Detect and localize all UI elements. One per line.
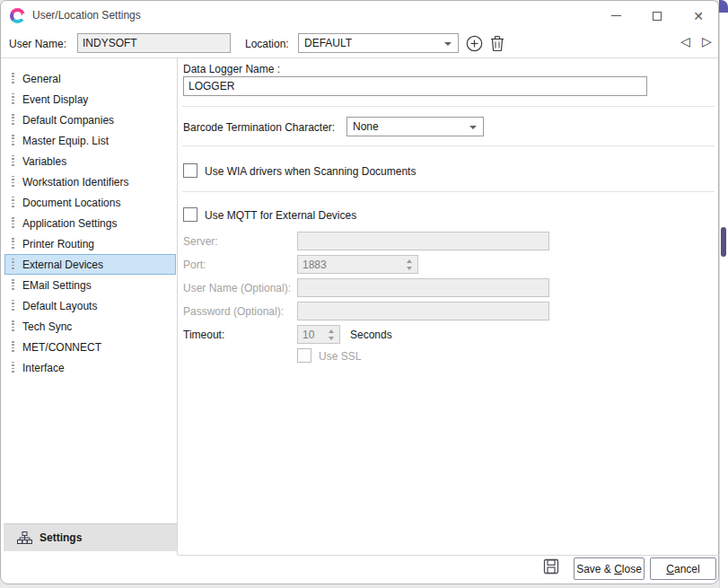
sidebar-item-label: Tech Sync (22, 320, 72, 333)
toolbar-separator (1, 57, 718, 58)
window-title: User/Location Settings (32, 9, 141, 22)
sidebar-item-tech-sync[interactable]: Tech Sync (4, 316, 176, 337)
sidebar-item-label: External Devices (22, 259, 103, 271)
chevron-down-icon (444, 42, 452, 46)
separator (182, 145, 715, 146)
spin-up-icon (407, 259, 412, 263)
save-close-button[interactable]: Save & Close (574, 557, 645, 580)
user-name-input[interactable] (77, 33, 231, 53)
server-field (297, 232, 549, 250)
sidebar-item-label: Application Settings (22, 217, 117, 230)
maximize-icon (653, 12, 662, 21)
sidebar-item-default-companies[interactable]: Default Companies (4, 110, 176, 130)
use-mqtt-checkbox[interactable] (183, 207, 197, 222)
use-mqtt-label: Use MQTT for External Devices (205, 209, 356, 222)
drag-handle-icon (12, 93, 14, 105)
next-record-button[interactable]: ▷ (702, 34, 712, 48)
label-part: ancel (674, 563, 700, 575)
use-wia-checkbox[interactable] (183, 163, 197, 178)
timeout-spinner[interactable] (327, 325, 336, 344)
cancel-label: Cancel (666, 563, 699, 575)
spin-up-icon (329, 329, 334, 333)
drag-handle-icon (12, 341, 14, 353)
sidebar-item-default-layouts[interactable]: Default Layouts (4, 295, 176, 316)
port-field (297, 255, 418, 274)
sidebar-item-label: General (22, 73, 61, 85)
settings-section-button[interactable]: Settings (4, 523, 177, 551)
drag-handle-icon (12, 114, 14, 126)
sitemap-icon (17, 531, 32, 545)
panel-divider (177, 57, 178, 555)
mqtt-user-field (297, 278, 549, 297)
arrow-left-icon: ◁ (680, 34, 690, 48)
barcode-termination-combobox[interactable]: None (346, 117, 484, 136)
sidebar-item-label: Interface (22, 362, 65, 374)
location-value: DEFAULT (304, 37, 352, 49)
drag-handle-icon (12, 197, 14, 208)
sidebar-item-label: Document Locations (22, 197, 120, 209)
delete-location-button[interactable] (488, 34, 506, 52)
drag-handle-icon (12, 320, 14, 332)
chevron-down-icon (469, 126, 477, 129)
spin-down-icon (407, 267, 412, 270)
drag-handle-icon (12, 238, 14, 250)
footer-separator (178, 555, 719, 556)
drag-handle-icon (12, 155, 14, 167)
mqtt-password-input[interactable] (297, 302, 549, 320)
data-logger-name-input[interactable] (183, 76, 647, 96)
sidebar-item-label: EMail Settings (22, 279, 92, 292)
user-name-label: User Name: (9, 38, 66, 50)
previous-record-button[interactable]: ◁ (680, 34, 690, 48)
save-button[interactable] (543, 558, 559, 575)
location-combobox[interactable]: DEFAULT (298, 33, 459, 53)
spin-down-icon (329, 337, 334, 340)
drag-handle-icon (12, 300, 14, 312)
mqtt-user-input[interactable] (297, 278, 549, 297)
app-logo-gap (22, 13, 26, 18)
data-logger-name-label: Data Logger Name : (183, 63, 280, 75)
drag-handle-icon (12, 135, 14, 146)
title-bar[interactable]: User/Location Settings ✕ (1, 1, 718, 31)
settings-footer-label: Settings (39, 531, 82, 544)
sidebar-item-application-settings[interactable]: Application Settings (4, 213, 176, 233)
sidebar-item-met-connect[interactable]: MET/CONNECT (4, 337, 176, 357)
sidebar-item-printer-routing[interactable]: Printer Routing (4, 233, 176, 254)
port-label: Port: (183, 259, 206, 271)
server-label: Server: (183, 235, 218, 248)
use-ssl-checkbox[interactable] (297, 348, 311, 363)
label-part: lose (622, 563, 642, 575)
arrow-right-icon: ▷ (702, 34, 712, 48)
drag-handle-icon (12, 259, 14, 270)
server-input[interactable] (297, 232, 549, 250)
sidebar-item-event-display[interactable]: Event Display (4, 89, 176, 110)
sidebar-item-label: Printer Routing (22, 238, 94, 250)
close-icon: ✕ (693, 9, 704, 23)
sidebar-item-master-equip-list[interactable]: Master Equip. List (4, 130, 176, 151)
sidebar-item-general[interactable]: General (4, 68, 176, 89)
sidebar-item-interface[interactable]: Interface (4, 357, 176, 378)
minimize-button[interactable] (595, 2, 636, 30)
port-spinner[interactable] (405, 255, 414, 274)
sidebar-item-external-devices[interactable]: External Devices (4, 254, 176, 275)
settings-nav-list: General Event Display Default Companies … (4, 68, 176, 378)
sidebar-item-email-settings[interactable]: EMail Settings (4, 275, 176, 295)
timeout-field (297, 325, 340, 344)
save-close-label: Save & Close (576, 563, 642, 575)
sidebar-item-workstation-identifiers[interactable]: Workstation Identifiers (4, 171, 176, 192)
background-scrollbar-thumb[interactable] (721, 227, 726, 257)
port-input[interactable] (297, 255, 418, 274)
close-button[interactable]: ✕ (678, 2, 719, 30)
mqtt-password-label: Password (Optional): (183, 305, 284, 318)
maximize-button[interactable] (636, 2, 678, 30)
sidebar-item-label: Event Display (22, 93, 88, 106)
use-ssl-label: Use SSL (319, 350, 361, 363)
add-location-button[interactable] (465, 34, 483, 52)
sidebar-item-document-locations[interactable]: Document Locations (4, 192, 176, 213)
barcode-termination-label: Barcode Termination Character: (183, 121, 335, 134)
minimize-icon (611, 15, 621, 16)
cancel-button[interactable]: Cancel (650, 557, 716, 580)
add-icon (466, 35, 483, 52)
app-logo-icon (10, 8, 25, 23)
sidebar-item-variables[interactable]: Variables (4, 151, 176, 171)
screen: User/Location Settings ✕ User Name: Loca… (0, 0, 728, 588)
